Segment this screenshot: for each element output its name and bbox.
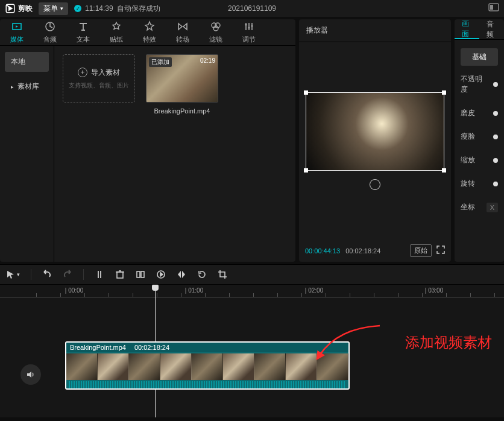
ruler-tick <box>36 293 37 297</box>
video-track-clip[interactable]: BreakingPoint.mp4 00:02:18:24 <box>65 341 350 390</box>
ruler-tick <box>277 293 278 297</box>
ruler-tick <box>205 293 206 297</box>
sticker-icon <box>110 21 122 33</box>
resize-handle[interactable] <box>442 168 446 173</box>
slider-handle[interactable] <box>493 111 498 116</box>
aspect-original-button[interactable]: 原始 <box>410 244 432 257</box>
import-card[interactable]: +导入素材 支持视频、音频、图片 <box>63 54 135 103</box>
property-list: 不透明度磨皮瘦脸缩放旋转坐标X <box>455 69 504 217</box>
ruler-tick <box>374 293 374 297</box>
tab-transition[interactable]: 转场 <box>166 19 199 45</box>
resize-handle[interactable] <box>442 90 446 95</box>
ruler-tick <box>60 293 61 297</box>
resize-handle[interactable] <box>304 90 308 95</box>
crop-tool[interactable] <box>136 270 145 279</box>
ruler-tick <box>157 293 157 297</box>
player-footer: 00:00:44:13 00:02:18:24 原始 <box>299 239 451 262</box>
ruler-tick <box>133 293 133 297</box>
app-logo: 剪映 <box>5 3 33 14</box>
timeline[interactable]: | 00:00| 01:00| 02:00| 03:00 BreakingPoi… <box>0 285 504 417</box>
mirror-tool[interactable] <box>177 270 186 279</box>
media-icon <box>11 21 23 33</box>
timecode: 00:00:44:13 00:02:18:24 <box>305 247 380 255</box>
clip-duration: 02:19 <box>200 57 215 64</box>
pointer-tool[interactable]: ▾ <box>6 270 20 279</box>
rotate-tool[interactable] <box>197 270 207 279</box>
tab-filter[interactable]: 滤镜 <box>199 19 232 45</box>
ruler-label: | 03:00 <box>425 287 443 294</box>
media-panel: 媒体音频文本贴纸特效转场滤镜调节 本地▸素材库 +导入素材 支持视频、音频、图片… <box>0 19 295 262</box>
ruler-tick <box>422 293 423 297</box>
tab-media[interactable]: 媒体 <box>0 19 33 45</box>
tab-adjust[interactable]: 调节 <box>232 19 265 45</box>
freeze-tool[interactable] <box>156 270 166 279</box>
track-clip-duration: 00:02:18:24 <box>134 344 169 351</box>
ruler-tick <box>229 293 230 297</box>
svg-point-10 <box>251 25 253 27</box>
text-icon <box>77 21 89 33</box>
player-viewport[interactable] <box>299 42 451 239</box>
project-name: 202106191109 <box>228 4 276 13</box>
source-item[interactable]: ▸素材库 <box>5 77 49 97</box>
adjust-icon <box>243 21 255 33</box>
slider-handle[interactable] <box>493 82 498 87</box>
undo-button[interactable] <box>42 270 52 279</box>
category-tabs: 媒体音频文本贴纸特效转场滤镜调节 <box>0 19 295 46</box>
delete-tool[interactable] <box>115 270 125 279</box>
property-row: 坐标X <box>461 202 498 212</box>
property-row: 旋转 <box>461 179 498 189</box>
ruler-tick <box>84 293 85 297</box>
axis-x-field[interactable]: X <box>487 203 498 212</box>
source-item[interactable]: 本地 <box>5 52 49 72</box>
ruler-tick <box>109 293 109 297</box>
slider-handle[interactable] <box>493 158 498 163</box>
fullscreen-icon[interactable] <box>436 245 445 256</box>
ruler-tick <box>350 293 350 297</box>
annotation-text: 添加视频素材 <box>405 333 492 352</box>
clip-filename: BreakingPoint.mp4 <box>154 107 210 115</box>
chevron-right-icon: ▸ <box>11 84 14 90</box>
ruler-tick <box>301 293 302 297</box>
slider-handle[interactable] <box>493 135 498 139</box>
props-tab[interactable]: 音频 <box>479 19 504 39</box>
svg-rect-13 <box>141 271 144 277</box>
media-grid: +导入素材 支持视频、音频、图片 已添加 02:19 BreakingPoint… <box>54 46 295 262</box>
effect-icon <box>143 21 156 33</box>
ruler-tick <box>446 293 447 297</box>
track-mute-button[interactable] <box>20 364 41 385</box>
media-clip[interactable]: 已添加 02:19 BreakingPoint.mp4 <box>143 54 221 115</box>
video-frame[interactable] <box>306 92 444 171</box>
slider-handle[interactable] <box>493 182 498 186</box>
property-row: 磨皮 <box>461 108 498 118</box>
window-button[interactable] <box>488 3 499 13</box>
crop2-tool[interactable] <box>218 270 227 279</box>
transition-icon <box>177 21 189 33</box>
svg-rect-2 <box>490 5 493 10</box>
tab-effect[interactable]: 特效 <box>133 19 166 45</box>
tab-sticker[interactable]: 贴纸 <box>99 19 133 45</box>
props-tabs: 画面音频 <box>455 19 504 40</box>
source-sidebar: 本地▸素材库 <box>0 46 54 262</box>
chevron-down-icon: ▾ <box>60 5 63 11</box>
rotate-icon[interactable] <box>370 179 380 190</box>
props-tab[interactable]: 画面 <box>455 19 479 39</box>
ruler-tick <box>181 293 181 297</box>
split-tool[interactable] <box>95 270 104 279</box>
redo-button[interactable] <box>63 270 72 279</box>
ruler-tick <box>494 293 495 297</box>
svg-point-8 <box>245 24 247 26</box>
tab-text[interactable]: 文本 <box>66 19 99 45</box>
logo-icon <box>5 3 16 14</box>
resize-handle[interactable] <box>304 168 308 173</box>
timeline-toolbar: ▾ <box>0 264 504 285</box>
autosave-status: 11:14:39 自动保存成功 <box>74 4 160 14</box>
ruler-tick <box>326 293 326 297</box>
property-row: 瘦脸 <box>461 131 498 142</box>
menu-dropdown[interactable]: 菜单 ▾ <box>39 2 68 15</box>
check-icon <box>74 5 81 12</box>
tab-audio[interactable]: 音频 <box>33 19 66 45</box>
track-clip-name: BreakingPoint.mp4 <box>70 344 126 351</box>
ruler-tick <box>398 293 398 297</box>
basic-button[interactable]: 基础 <box>461 48 498 66</box>
time-ruler[interactable]: | 00:00| 01:00| 02:00| 03:00 <box>0 285 504 298</box>
